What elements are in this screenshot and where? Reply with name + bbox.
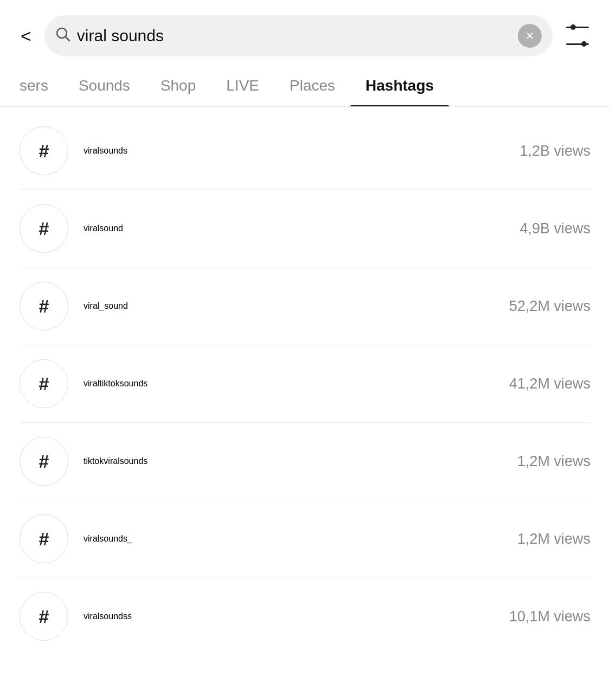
hashtag-symbol: # xyxy=(39,529,49,550)
list-item[interactable]: # viralsounds_ 1,2M views xyxy=(0,500,610,577)
result-views: 1,2B views xyxy=(519,143,590,160)
hashtag-circle: # xyxy=(20,126,68,175)
hashtag-symbol: # xyxy=(39,296,49,317)
result-name: viralsound xyxy=(84,224,519,233)
hashtag-symbol: # xyxy=(39,141,49,162)
results-list: # viralsounds 1,2B views # viralsound 4,… xyxy=(0,107,610,660)
search-input[interactable]: viral sounds xyxy=(77,27,511,45)
list-item[interactable]: # viraltiktoksounds 41,2M views xyxy=(0,345,610,422)
result-views: 41,2M views xyxy=(509,376,590,392)
tab-live[interactable]: LIVE xyxy=(211,67,274,106)
hashtag-circle: # xyxy=(20,592,68,641)
result-views: 52,2M views xyxy=(509,298,590,315)
result-name: tiktokviralsounds xyxy=(84,456,517,466)
list-item[interactable]: # tiktokviralsounds 1,2M views xyxy=(0,423,610,500)
hashtag-circle: # xyxy=(20,204,68,253)
result-views: 1,2M views xyxy=(517,453,590,470)
result-name: viralsoundss xyxy=(84,612,509,621)
tab-places[interactable]: Places xyxy=(274,67,350,106)
result-views: 10,1M views xyxy=(509,608,590,625)
search-icon xyxy=(55,27,70,46)
clear-button[interactable] xyxy=(518,24,542,48)
filter-icon xyxy=(566,27,589,45)
list-item[interactable]: # viral_sound 52,2M views xyxy=(0,268,610,345)
hashtag-circle: # xyxy=(20,514,68,563)
search-bar: viral sounds xyxy=(44,15,553,56)
tab-users[interactable]: sers xyxy=(0,67,63,106)
svg-line-1 xyxy=(66,37,69,41)
back-button[interactable]: < xyxy=(16,24,36,47)
header: < viral sounds xyxy=(0,0,610,67)
hashtag-symbol: # xyxy=(39,373,49,394)
result-name: viralsounds xyxy=(84,146,519,156)
result-name: viral_sound xyxy=(84,301,509,311)
hashtag-symbol: # xyxy=(39,218,49,239)
tabs-bar: sers Sounds Shop LIVE Places Hashtags xyxy=(0,67,610,107)
list-item[interactable]: # viralsounds 1,2B views xyxy=(0,112,610,189)
result-name: viraltiktoksounds xyxy=(84,379,509,389)
result-views: 4,9B views xyxy=(519,220,590,237)
hashtag-circle: # xyxy=(20,359,68,408)
result-name: viralsounds_ xyxy=(84,534,517,544)
result-views: 1,2M views xyxy=(517,531,590,548)
tab-sounds[interactable]: Sounds xyxy=(63,67,145,106)
list-item[interactable]: # viralsoundss 10,1M views xyxy=(0,578,610,655)
hashtag-circle: # xyxy=(20,437,68,486)
filter-button[interactable] xyxy=(561,24,594,47)
hashtag-symbol: # xyxy=(39,606,49,627)
hashtag-circle: # xyxy=(20,282,68,330)
tab-shop[interactable]: Shop xyxy=(145,67,211,106)
tab-hashtags[interactable]: Hashtags xyxy=(350,67,449,106)
hashtag-symbol: # xyxy=(39,451,49,472)
list-item[interactable]: # viralsound 4,9B views xyxy=(0,190,610,267)
